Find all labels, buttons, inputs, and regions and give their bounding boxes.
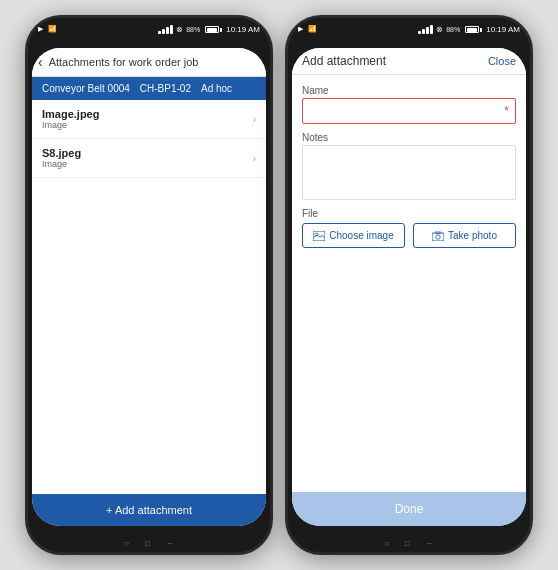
nav-header-1: ‹ Attachments for work order job (32, 48, 266, 77)
battery-label-2: 88% (446, 26, 460, 33)
phone-2: ▶ 📶 ⊗ 88% 10:19 AM Add attachment (285, 15, 533, 555)
image-icon (313, 231, 325, 241)
list-item[interactable]: Image.jpeg Image › (32, 100, 266, 139)
add-attachment-button[interactable]: + Add attachment (32, 494, 266, 526)
time-1: 10:19 AM (226, 25, 260, 34)
file-field-group: File Choose image (302, 208, 516, 248)
file-label: File (302, 208, 516, 219)
close-button[interactable]: Close (488, 55, 516, 67)
camera-icon (432, 231, 444, 241)
time-2: 10:19 AM (486, 25, 520, 34)
attachment-sub-1: Image (42, 120, 99, 130)
file-buttons-row: Choose image Take photo (302, 223, 516, 248)
notes-input[interactable] (302, 145, 516, 200)
info-item-3: Ad hoc (201, 83, 232, 94)
notes-field-group: Notes (302, 132, 516, 200)
take-photo-label: Take photo (448, 230, 497, 241)
attachment-sub-2: Image (42, 159, 81, 169)
add-attachment-form: Name * Notes File (292, 75, 526, 492)
svg-rect-2 (432, 233, 444, 241)
add-attachment-title: Add attachment (302, 54, 386, 68)
name-label: Name (302, 85, 516, 96)
add-attachment-header: Add attachment Close (292, 48, 526, 75)
back-button-1[interactable]: ‹ (38, 54, 43, 70)
svg-point-3 (436, 234, 440, 238)
status-bar-1: ▶ 📶 ⊗ 88% 10:19 AM (28, 18, 270, 40)
battery-label-1: 88% (186, 26, 200, 33)
choose-image-label: Choose image (329, 230, 393, 241)
phone-bottom-nav-2: ○ □ ← (288, 534, 530, 552)
attachment-list: Image.jpeg Image › S8.jpeg Image › (32, 100, 266, 494)
notes-label: Notes (302, 132, 516, 143)
name-input-wrapper[interactable]: * (302, 98, 516, 124)
done-button[interactable]: Done (292, 492, 526, 526)
name-input[interactable] (309, 103, 493, 119)
status-bar-2: ▶ 📶 ⊗ 88% 10:19 AM (288, 18, 530, 40)
choose-image-button[interactable]: Choose image (302, 223, 405, 248)
chevron-icon-2: › (253, 153, 256, 164)
required-indicator: * (504, 104, 509, 118)
nav-title-1: Attachments for work order job (49, 56, 199, 68)
name-field-group: Name * (302, 85, 516, 124)
phone-1: ▶ 📶 ⊗ 88% 10:19 AM ‹ Attachments f (25, 15, 273, 555)
attachment-title-1: Image.jpeg (42, 108, 99, 120)
list-item[interactable]: S8.jpeg Image › (32, 139, 266, 178)
info-item-2: CH-BP1-02 (140, 83, 191, 94)
info-bar: Conveyor Belt 0004 CH-BP1-02 Ad hoc (32, 77, 266, 100)
attachment-title-2: S8.jpeg (42, 147, 81, 159)
chevron-icon-1: › (253, 114, 256, 125)
phone-bottom-nav-1: ○ □ ← (28, 534, 270, 552)
take-photo-button[interactable]: Take photo (413, 223, 516, 248)
info-item-1: Conveyor Belt 0004 (42, 83, 130, 94)
